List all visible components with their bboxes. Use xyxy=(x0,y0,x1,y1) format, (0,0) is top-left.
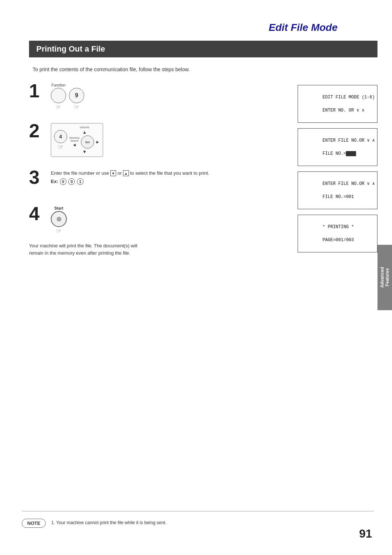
section-title: Printing Out a File xyxy=(36,44,105,53)
start-button[interactable]: ⊕ xyxy=(51,211,67,227)
lcd-display-2: ENTER FILE NO.OR ∨ ∧ FILE NO.=■■■ xyxy=(298,128,377,166)
lcd-displays: EDIT FILE MODE (1-6) ENTER NO. OR ∨ ∧ EN… xyxy=(298,81,377,256)
function-button-wrap: Function ☞ xyxy=(51,83,66,110)
step-3-content: Enter the file number or use ▼ or ▲ to s… xyxy=(51,168,209,185)
ex-digit-2: 1 xyxy=(77,178,83,185)
down-arrow-icon[interactable]: ▼ xyxy=(82,149,87,154)
note-text: 1. Your machine cannot print the file wh… xyxy=(51,519,167,525)
start-button-wrap: Start ⊕ ☞ xyxy=(51,206,67,234)
four-button[interactable]: 4 xyxy=(54,130,67,143)
nine-button[interactable]: 9 xyxy=(69,88,84,103)
step-2-panel: 4 ☞ Volume ▲ xyxy=(51,123,103,157)
lcd-display-4: * PRINTING * PAGE=001/003 xyxy=(298,215,377,252)
down-arr-inline: ▼ or ▲ xyxy=(110,170,130,176)
ex-digit-0: 0 xyxy=(60,178,66,185)
start-label: Start xyxy=(54,206,63,210)
nine-button-wrap: 9 ☞ xyxy=(69,83,84,110)
directory-label: DirectorySearch xyxy=(69,137,79,142)
left-arrow-icon[interactable]: ◄ xyxy=(72,142,77,147)
step-4-number: 4 xyxy=(29,204,44,223)
step-4-desc-line1: Your machine will print the file. The do… xyxy=(29,242,283,250)
page-number: 91 xyxy=(359,527,372,540)
steps-left: 1 Function ☞ 9 ☞ xyxy=(29,81,283,256)
step-4-description: Your machine will print the file. The do… xyxy=(29,242,283,256)
step-3-number: 3 xyxy=(29,168,44,187)
step-2-content: 4 ☞ Volume ▲ xyxy=(51,121,103,157)
step-4-row: 4 Start ⊕ ☞ xyxy=(29,204,283,234)
finger-icon-2: ☞ xyxy=(74,104,79,110)
lcd-2-line2: FILE NO.=■■■ xyxy=(323,151,356,156)
step-1-row: 1 Function ☞ 9 ☞ xyxy=(29,81,283,110)
step-1-content: Function ☞ 9 ☞ xyxy=(51,81,84,110)
set-button[interactable]: Set xyxy=(81,135,94,149)
bottom-rule xyxy=(22,511,374,511)
step-3-text: Enter the file number or use ▼ or ▲ to s… xyxy=(51,170,209,177)
up-arrow-icon[interactable]: ▲ xyxy=(82,130,87,135)
step-4-content: Start ⊕ ☞ xyxy=(51,204,67,234)
finger-icon-4: ☞ xyxy=(56,228,62,234)
four-button-wrap: 4 ☞ xyxy=(54,130,67,150)
page-title: Edit File Mode xyxy=(29,22,338,33)
step-1-button-group: Function ☞ 9 ☞ xyxy=(51,83,84,110)
set-label: Set xyxy=(85,141,90,144)
lcd-display-1: EDIT FILE MODE (1-6) ENTER NO. OR ∨ ∧ xyxy=(298,85,377,123)
page-title-section: Edit File Mode xyxy=(29,22,356,33)
step-2-number: 2 xyxy=(29,121,44,140)
note-badge: NOTE xyxy=(22,519,46,528)
sidebar-tab: Advanced Features xyxy=(377,245,392,310)
section-header: Printing Out a File xyxy=(29,41,377,57)
ex-digit-1: 0 xyxy=(68,178,75,185)
right-arrow-icon[interactable]: ► xyxy=(95,139,100,145)
step-2-row: 2 4 ☞ Volume ▲ xyxy=(29,121,283,157)
finger-icon-1: ☞ xyxy=(56,104,61,110)
page-content: Edit File Mode Printing Out a File To pr… xyxy=(0,0,377,555)
volume-label: Volume xyxy=(80,126,90,129)
lcd-display-3: ENTER FILE NO.OR ∨ ∧ FILE NO.=001 xyxy=(298,171,377,209)
steps-container: 1 Function ☞ 9 ☞ xyxy=(29,81,377,256)
function-button[interactable] xyxy=(51,88,66,103)
sidebar-tab-text: Advanced Features xyxy=(380,267,390,288)
step-3-ex: Ex: 0 0 1 xyxy=(51,178,209,185)
function-label: Function xyxy=(52,83,65,87)
step-1-number: 1 xyxy=(29,81,44,100)
step-3-row: 3 Enter the file number or use ▼ or ▲ to… xyxy=(29,168,283,193)
intro-text: To print the contents of the communicati… xyxy=(29,66,356,72)
note-section: NOTE 1. Your machine cannot print the fi… xyxy=(22,519,167,528)
step-4-desc-line2: remain in the memory even after printing… xyxy=(29,250,283,257)
finger-icon-3: ☞ xyxy=(58,144,64,150)
nine-label xyxy=(76,83,77,87)
